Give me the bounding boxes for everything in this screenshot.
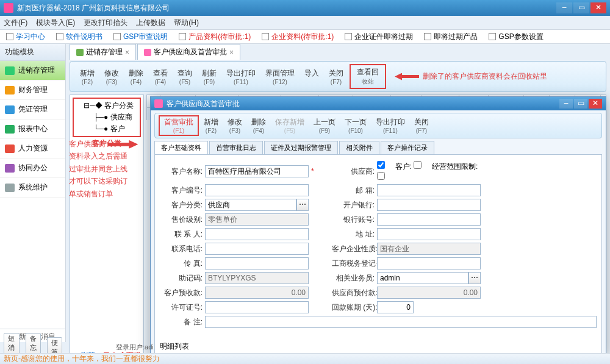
input-credit-days[interactable]	[377, 301, 414, 313]
window-title: 新页医疗器械-2018 广州新页科技信息有限公司	[17, 3, 556, 13]
toolbar-button[interactable]: 界面管理(F12)	[260, 67, 300, 87]
dialog-maximize[interactable]: ▭	[574, 99, 587, 109]
tree-node-customer[interactable]: └─● 客户	[76, 123, 137, 135]
label-cust-name: 客户名称:	[160, 166, 203, 177]
checkbox-scope[interactable]	[377, 172, 385, 180]
input-remark[interactable]	[205, 316, 597, 328]
customer-edit-dialog: 客户供应商及首营审批 – ▭ ✕ 首营审批(F1)新增(F2)修改(F3)删除(…	[150, 96, 606, 355]
lookup-cust-cat[interactable]: ⋯	[296, 199, 309, 211]
toolbar-button[interactable]: 导出打印(F11)	[221, 67, 260, 87]
checkbox-customer[interactable]	[414, 161, 422, 169]
input-cust-name[interactable]	[205, 165, 309, 177]
dialog-icon	[154, 99, 163, 108]
input-fax[interactable]	[205, 257, 309, 269]
input-license[interactable]	[205, 301, 309, 313]
toolbar-button[interactable]: 刷新(F9)	[197, 67, 221, 87]
quick-link[interactable]: 学习中心	[6, 32, 45, 42]
dialog-toolbar-button[interactable]: 删除(F4)	[247, 116, 270, 135]
quick-link[interactable]: 企业资料(待审批:1)	[262, 32, 334, 42]
sidebar-item[interactable]: 报表中心	[0, 120, 65, 139]
quick-link[interactable]: 企业证件即将过期	[345, 32, 413, 42]
quick-link[interactable]: GSP参数设置	[489, 32, 543, 42]
annotation-side-text: 客户供应商 资料录入之后需通 过审批并同意上线 才可以下达采购订 单或销售订单	[69, 138, 154, 200]
dialog-close[interactable]: ✕	[589, 99, 602, 109]
menu-bar: 文件(F)模块导入(E)更改打印抬头上传数据帮助(H)	[0, 16, 610, 29]
recycle-bin-button[interactable]: 查看回收站	[350, 64, 386, 89]
dialog-tab[interactable]: 首营审批日志	[209, 141, 263, 154]
dialog-tab[interactable]: 证件及过期报警管理	[264, 141, 338, 154]
input-prepay	[377, 287, 481, 299]
lookup-salesman[interactable]: ⋯	[468, 272, 481, 284]
tab-close-icon[interactable]: ×	[229, 48, 234, 57]
label-supplier: 供应商:	[332, 166, 375, 177]
menu-item[interactable]: 帮助(H)	[174, 18, 199, 28]
dialog-titlebar: 客户供应商及首营审批 – ▭ ✕	[151, 97, 606, 110]
input-tax-reg[interactable]	[377, 257, 481, 269]
form-panel: 客户名称: * 供应商: 客户: 经营范围限制: 客户编号: 邮 箱: 客户分类…	[154, 155, 602, 354]
dialog-tab[interactable]: 客户操作记录	[381, 141, 434, 154]
sidebar-item[interactable]: 协同办公	[0, 159, 65, 178]
input-advance	[205, 287, 309, 299]
dialog-toolbar-button[interactable]: 保存新增(F5)	[271, 116, 309, 135]
input-cust-no[interactable]	[205, 184, 309, 196]
quick-link[interactable]: GSP审查说明	[113, 32, 168, 42]
dialog-toolbar-button[interactable]: 修改(F3)	[223, 116, 246, 135]
input-contact[interactable]	[205, 228, 309, 240]
toolbar-button[interactable]: 查看(F4)	[148, 67, 173, 87]
tree-root[interactable]: ⊟─◆ 客户分类	[76, 100, 137, 112]
input-phone[interactable]	[205, 243, 309, 255]
menu-item[interactable]: 文件(F)	[4, 18, 27, 28]
input-bank[interactable]	[377, 199, 481, 211]
login-user-info: 登录用户:adi	[116, 343, 154, 352]
quick-link[interactable]: 即将过期产品	[424, 32, 478, 42]
dialog-toolbar-button[interactable]: 导出打印(F11)	[371, 116, 409, 135]
arrow-right-icon	[107, 140, 138, 149]
app-icon	[4, 3, 13, 13]
toolbar-button[interactable]: 删除(F4)	[124, 67, 148, 87]
quick-link[interactable]: 软件说明书	[56, 32, 102, 42]
toolbar-button[interactable]: 新增(F2)	[75, 67, 99, 87]
dialog-toolbar-button[interactable]: 新增(F2)	[199, 116, 223, 135]
dialog-toolbar-button[interactable]: 下一页(F10)	[340, 116, 371, 135]
toolbar-button[interactable]: 修改(F3)	[99, 67, 124, 87]
input-price-level[interactable]	[205, 213, 309, 226]
dialog-minimize[interactable]: –	[559, 99, 573, 109]
input-ent-type[interactable]	[377, 243, 481, 255]
toolbar-button[interactable]: 导入	[300, 67, 324, 87]
category-tree-panel: ⊟─◆ 客户分类 ├─● 供应商 └─● 客户 客户分类 客户供应商 资料录入之…	[70, 95, 144, 353]
input-mailbox[interactable]	[377, 184, 481, 196]
dialog-tab[interactable]: 客户基础资料	[154, 141, 208, 154]
input-cust-cat[interactable]	[205, 199, 296, 211]
dialog-toolbar-button[interactable]: 关闭(F7)	[410, 116, 433, 135]
sidebar-header: 功能模块	[0, 44, 65, 61]
checkbox-supplier[interactable]	[377, 161, 385, 169]
sidebar-item[interactable]: 进销存管理	[0, 61, 65, 80]
tree-node-supplier[interactable]: ├─● 供应商	[76, 112, 137, 123]
dialog-toolbar-button[interactable]: 首营审批(F1)	[159, 115, 199, 136]
dialog-tab[interactable]: 相关附件	[339, 141, 379, 154]
input-account[interactable]	[377, 213, 481, 226]
menu-item[interactable]: 上传数据	[136, 18, 165, 28]
content-tab[interactable]: 客户供应商及首营审批×	[137, 44, 240, 60]
main-toolbar: 新增(F2)修改(F3)删除(F4)查看(F4)查询(F5)刷新(F9)导出打印…	[70, 61, 606, 92]
input-address[interactable]	[377, 228, 481, 240]
status-text: 新页-感谢您的使用，十年来，我们一直都很努力	[4, 354, 160, 364]
sidebar-item[interactable]: 财务管理	[0, 80, 65, 100]
window-titlebar: 新页医疗器械-2018 广州新页科技信息有限公司 – ▭ ✕	[0, 0, 610, 16]
content-tab[interactable]: 进销存管理×	[70, 44, 136, 60]
sidebar-item[interactable]: 凭证管理	[0, 100, 65, 120]
sidebar-item[interactable]: 人力资源	[0, 139, 65, 159]
menu-item[interactable]: 模块导入(E)	[36, 18, 75, 28]
status-bar: 新页-感谢您的使用，十年来，我们一直都很努力	[0, 353, 610, 364]
quick-link[interactable]: 产品资料(待审批:1)	[179, 32, 251, 42]
tab-close-icon[interactable]: ×	[125, 48, 129, 57]
toolbar-button[interactable]: 查询(F5)	[173, 67, 197, 87]
menu-item[interactable]: 更改打印抬头	[84, 18, 127, 28]
input-salesman[interactable]	[377, 272, 468, 284]
dialog-toolbar-button[interactable]: 上一页(F9)	[309, 116, 340, 135]
minimize-button[interactable]: –	[556, 2, 572, 13]
toolbar-button[interactable]: 关闭(F7)	[324, 67, 348, 87]
maximize-button[interactable]: ▭	[573, 2, 589, 13]
close-button[interactable]: ✕	[590, 2, 606, 13]
sidebar-item[interactable]: 系统维护	[0, 178, 65, 198]
